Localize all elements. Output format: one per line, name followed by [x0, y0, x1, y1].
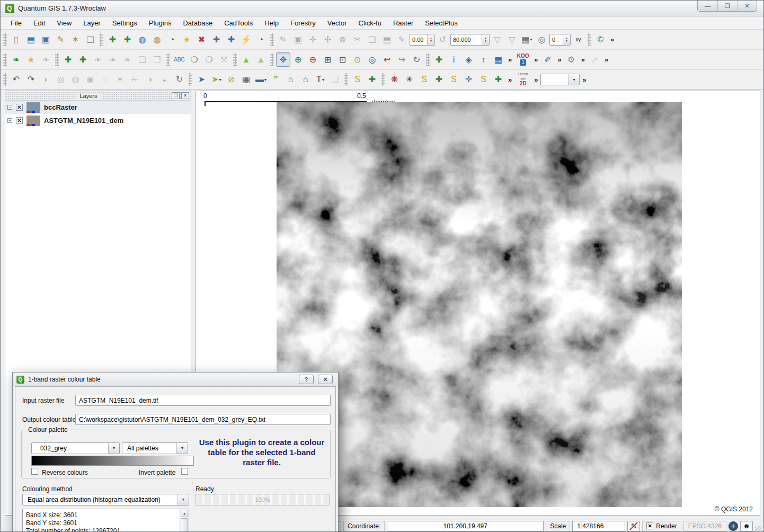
- add-delimited-text-layer-button[interactable]: ✚: [224, 32, 238, 47]
- render-checkbox[interactable]: ✕: [646, 522, 653, 529]
- palette-filter-select[interactable]: All palettes ▾: [122, 442, 188, 454]
- toolbar-overflow-chevron[interactable]: »: [506, 76, 514, 84]
- cad-pencil-button[interactable]: ✎: [395, 32, 409, 47]
- simplify-feature-button[interactable]: ◗: [39, 73, 53, 87]
- input-raster-field[interactable]: ASTGTM_N19E101_dem.tif: [75, 395, 331, 406]
- merge-features-button[interactable]: ◒: [157, 73, 172, 87]
- terrain-profile-button[interactable]: ▲: [239, 52, 253, 67]
- paste-features-button[interactable]: ▤: [380, 32, 394, 47]
- add-wms-layer-button[interactable]: ◔: [165, 32, 179, 47]
- selectplus-add-node-button[interactable]: ✚: [491, 73, 505, 87]
- close-button[interactable]: ✕: [737, 1, 757, 11]
- maximize-button[interactable]: ❐: [717, 1, 737, 11]
- add-osm-layer-button[interactable]: ◔: [254, 32, 268, 47]
- save-project-button[interactable]: ▣: [39, 32, 53, 47]
- koo-plugin-button[interactable]: KOO1: [514, 54, 531, 66]
- palette-select[interactable]: 032_grey ▾: [31, 442, 120, 454]
- node-tool-button[interactable]: ✣: [321, 32, 335, 47]
- menu-item-cadtools[interactable]: CadTools: [218, 16, 259, 30]
- stats-box[interactable]: Band X size: 3601 Band Y size: 3601 Tota…: [22, 509, 189, 532]
- label-tag-2-button[interactable]: ❍: [202, 52, 216, 67]
- selectplus-add-line-1-button[interactable]: ✚: [365, 73, 379, 87]
- selectplus-points-4-button[interactable]: S: [476, 73, 491, 87]
- menu-item-vector[interactable]: Vector: [322, 16, 353, 30]
- forestry-stands-button[interactable]: ❧: [9, 52, 23, 67]
- menu-item-settings[interactable]: Settings: [106, 16, 143, 30]
- cad-rotate-button[interactable]: ↺: [436, 32, 450, 47]
- toolbar-overflow-chevron[interactable]: »: [579, 56, 587, 64]
- coordinate-input[interactable]: 101.200,19.497: [387, 521, 544, 531]
- open-project-button[interactable]: ▤: [24, 32, 38, 47]
- add-vector-layer-button[interactable]: ✚: [105, 32, 120, 47]
- text-annotation-button[interactable]: T▾: [313, 73, 327, 87]
- log-messages-icon[interactable]: ☻: [740, 521, 753, 531]
- measure-button[interactable]: ▬▾: [254, 73, 268, 87]
- undo-button[interactable]: ↶: [9, 73, 23, 87]
- toolbar-combo[interactable]: ▾: [540, 74, 580, 85]
- title-bar[interactable]: Q Quantum GIS 1.7.3-Wroclaw: [1, 1, 763, 16]
- float-panel-icon[interactable]: ❐: [172, 92, 180, 99]
- zoom-native-button[interactable]: ◎: [365, 52, 379, 67]
- toolbar-overflow-chevron[interactable]: »: [580, 76, 588, 84]
- dialog-title-bar[interactable]: Q 1-band raster colour table: [13, 373, 338, 386]
- toolbar-overflow-chevron[interactable]: »: [608, 36, 616, 43]
- menu-item-view[interactable]: View: [51, 16, 77, 30]
- minimize-button[interactable]: —: [698, 1, 717, 11]
- scrollbar-thumb[interactable]: [181, 518, 188, 532]
- snapping-option-1-button[interactable]: ▽: [490, 32, 504, 47]
- toolbar-overflow-chevron[interactable]: »: [602, 56, 610, 64]
- style-selector-button[interactable]: ▦▾: [520, 32, 534, 47]
- menu-item-edit[interactable]: Edit: [28, 16, 51, 30]
- zoom-to-layer-button[interactable]: ⊙: [350, 52, 365, 67]
- forestry-star-button[interactable]: ★: [24, 52, 38, 67]
- map-plugin-export-button[interactable]: ↑: [476, 52, 491, 67]
- home-tool-1-button[interactable]: ⌂: [283, 73, 298, 87]
- refresh-map-button[interactable]: ↻: [410, 52, 424, 67]
- identify-features-button[interactable]: ➤: [194, 73, 209, 87]
- zoom-out-button[interactable]: ⊖: [306, 52, 320, 67]
- move-label-button[interactable]: ➚: [588, 52, 602, 67]
- forestry-add-stand-button[interactable]: ✚: [61, 52, 75, 67]
- menu-item-database[interactable]: Database: [177, 16, 218, 30]
- copyright-label-plugin-button[interactable]: ©: [593, 32, 608, 47]
- render-toggle[interactable]: ✕ Render: [642, 521, 681, 531]
- offset-curve-button[interactable]: ◌: [98, 73, 112, 87]
- zoom-last-button[interactable]: ↩: [380, 52, 394, 67]
- forestry-tool-2-button[interactable]: ❧: [105, 52, 120, 67]
- deselect-all-button[interactable]: ⊘: [224, 73, 238, 87]
- move-feature-button[interactable]: ✛: [306, 32, 320, 47]
- print-composer-manager-button[interactable]: ❑: [83, 32, 97, 47]
- save-edits-button[interactable]: ▣: [291, 32, 305, 47]
- cad-segment-spin[interactable]: 0▲▼: [549, 34, 571, 46]
- remove-layer-button[interactable]: ✖: [194, 32, 209, 47]
- selectplus-fork-button[interactable]: ✛: [461, 73, 476, 87]
- home-tool-2-button[interactable]: ⌂: [298, 73, 313, 87]
- menu-item-plugins[interactable]: Plugins: [143, 16, 177, 30]
- map-plugin-save-button[interactable]: ▦: [491, 52, 505, 67]
- toolbar-overflow-chevron[interactable]: »: [532, 56, 540, 64]
- slope-tool-button[interactable]: ▲: [254, 52, 268, 67]
- tree-expand-icon[interactable]: −: [7, 105, 12, 110]
- layer-visibility-checkbox[interactable]: ✕: [16, 104, 23, 111]
- add-raster-layer-button[interactable]: ✚: [120, 32, 135, 47]
- add-spatialite-layer-button[interactable]: ◍: [150, 32, 164, 47]
- rotate-point-symbols-button[interactable]: ✶: [113, 73, 127, 87]
- delete-part-button[interactable]: ◍: [68, 73, 83, 87]
- close-panel-icon[interactable]: ✕: [181, 92, 189, 99]
- toolbar-overflow-chevron[interactable]: »: [555, 56, 563, 64]
- reverse-colours-checkbox[interactable]: [31, 468, 38, 475]
- colouring-method-select[interactable]: Equal area distribution (histogram equal…: [22, 494, 189, 506]
- copy-features-button[interactable]: ❏: [365, 32, 379, 47]
- selectplus-tripod-button[interactable]: ✳: [402, 73, 416, 87]
- resize-grip[interactable]: [755, 526, 762, 532]
- forestry-frame-1-button[interactable]: ❏: [135, 52, 149, 67]
- new-project-button[interactable]: ▯: [9, 32, 23, 47]
- map-tips-button[interactable]: ❞: [269, 73, 283, 87]
- zoom-next-button[interactable]: ↪: [395, 52, 409, 67]
- new-shapefile-layer-button[interactable]: ★: [180, 32, 194, 47]
- stats-scrollbar[interactable]: ▲ ▲ ▼: [180, 509, 189, 532]
- toolbar-overflow-chevron[interactable]: »: [506, 56, 514, 64]
- stop-render-icon[interactable]: ✎: [627, 521, 640, 531]
- cut-features-button[interactable]: ✂: [350, 32, 365, 47]
- add-gps-layer-button[interactable]: ✚: [209, 32, 224, 47]
